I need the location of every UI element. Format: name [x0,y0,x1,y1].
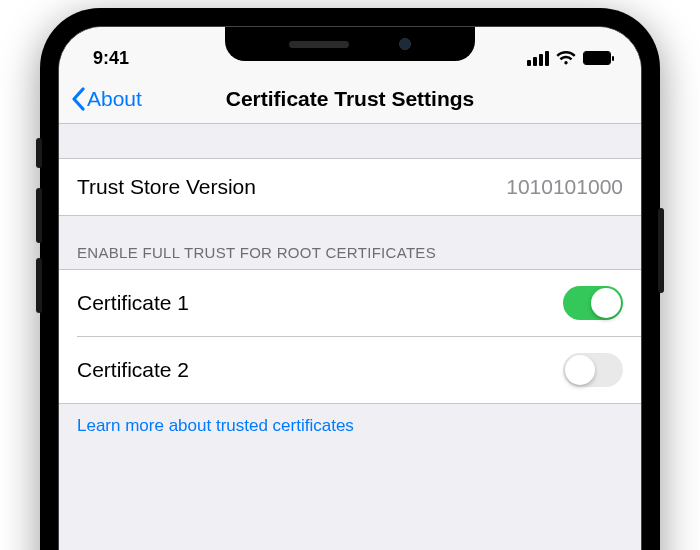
power-button [658,208,664,293]
certificate-toggle[interactable] [563,286,623,320]
status-time: 9:41 [93,48,129,69]
trust-store-version-label: Trust Store Version [77,175,256,199]
toggle-knob [591,288,621,318]
certificate-name: Certificate 2 [77,358,189,382]
navigation-bar: About Certificate Trust Settings [59,77,641,124]
certificate-row: Certificate 2 [59,337,641,403]
status-indicators [527,51,611,66]
trust-store-version-row: Trust Store Version 1010101000 [59,158,641,216]
back-button[interactable]: About [71,87,142,111]
phone-frame: 9:41 About Certificate Trust Settings [40,8,660,550]
volume-up-button [36,188,42,243]
section-spacer [59,124,641,158]
certificate-list: Certificate 1 Certificate 2 [59,269,641,404]
trust-store-version-value: 1010101000 [506,175,623,199]
notch [225,27,475,61]
certificate-row: Certificate 1 [59,270,641,336]
cellular-signal-icon [527,51,549,66]
page-title: Certificate Trust Settings [59,87,641,111]
section-header: ENABLE FULL TRUST FOR ROOT CERTIFICATES [59,216,641,269]
back-label: About [87,87,142,111]
certificate-toggle[interactable] [563,353,623,387]
screen: 9:41 About Certificate Trust Settings [58,26,642,550]
certificate-name: Certificate 1 [77,291,189,315]
chevron-left-icon [71,87,85,111]
battery-icon [583,51,611,65]
front-camera [399,38,411,50]
wifi-icon [556,51,576,66]
speaker-grille [289,41,349,48]
toggle-knob [565,355,595,385]
mute-switch [36,138,42,168]
volume-down-button [36,258,42,313]
learn-more-link[interactable]: Learn more about trusted certificates [59,404,641,448]
